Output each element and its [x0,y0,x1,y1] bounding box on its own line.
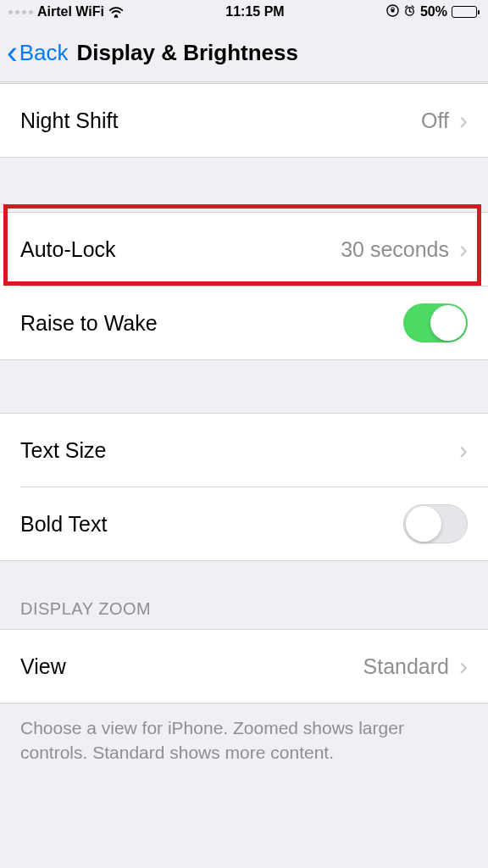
row-text-size[interactable]: Text Size › [0,414,488,487]
night-shift-value: Off [421,108,449,133]
display-zoom-footer: Choose a view for iPhone. Zoomed shows l… [0,704,488,777]
group-display-zoom: View Standard › [0,629,488,704]
group-night-shift: Night Shift Off › [0,83,488,158]
row-raise-to-wake: Raise to Wake [0,287,488,359]
chevron-right-icon: › [459,436,468,465]
bold-text-label: Bold Text [20,512,403,537]
back-button[interactable]: ‹ Back [7,36,68,69]
status-left: Airtel WiFi [8,4,124,19]
page-title: Display & Brightness [76,40,298,66]
status-time: 11:15 PM [225,4,284,19]
chevron-right-icon: › [459,652,468,681]
auto-lock-value: 30 seconds [341,237,449,262]
display-zoom-header: DISPLAY ZOOM [0,561,488,629]
auto-lock-label: Auto-Lock [20,237,341,262]
svg-point-0 [114,14,117,17]
raise-to-wake-label: Raise to Wake [20,311,403,336]
chevron-right-icon: › [459,106,468,135]
group-lock: Auto-Lock 30 seconds › Raise to Wake [0,212,488,360]
night-shift-label: Night Shift [20,108,421,133]
bold-text-toggle[interactable] [403,504,468,543]
group-text: Text Size › Bold Text [0,413,488,561]
row-view[interactable]: View Standard › [0,630,488,703]
carrier-label: Airtel WiFi [37,4,104,19]
raise-to-wake-toggle[interactable] [403,303,468,342]
status-right: 50% [386,4,480,19]
wifi-icon [108,6,124,18]
battery-percent: 50% [420,4,447,19]
view-label: View [20,654,363,679]
chevron-right-icon: › [459,235,468,264]
row-night-shift[interactable]: Night Shift Off › [0,84,488,157]
row-auto-lock[interactable]: Auto-Lock 30 seconds › [0,213,488,286]
row-bold-text: Bold Text [0,487,488,560]
svg-rect-2 [391,9,395,13]
nav-bar: ‹ Back Display & Brightness [0,24,488,81]
view-value: Standard [363,654,449,679]
signal-dots-icon [8,10,33,14]
orientation-lock-icon [386,4,399,19]
alarm-icon [403,4,416,19]
text-size-label: Text Size [20,438,459,463]
chevron-left-icon: ‹ [7,36,18,69]
back-label: Back [19,40,69,66]
status-bar: Airtel WiFi 11:15 PM 50% [0,0,488,24]
battery-icon [452,6,480,18]
